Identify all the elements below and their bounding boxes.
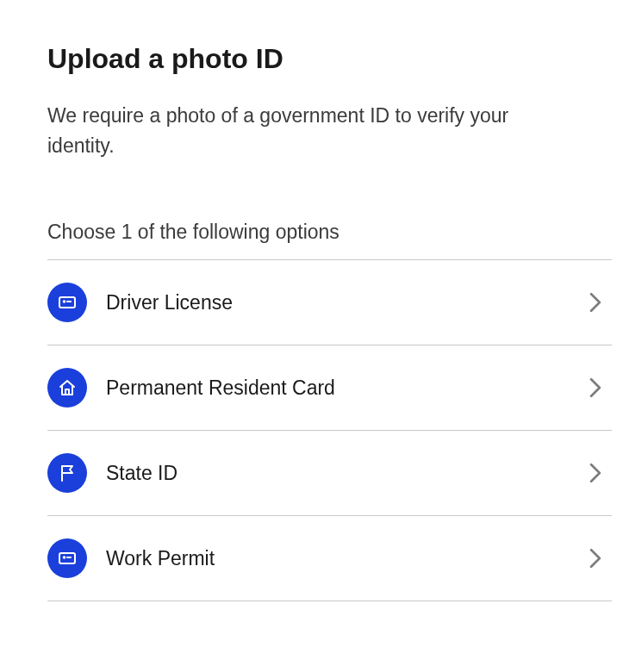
option-work-permit[interactable]: Work Permit [47,516,612,601]
option-label: Driver License [106,291,589,314]
chevron-right-icon [589,464,601,482]
id-card-icon [47,538,87,578]
page-title: Upload a photo ID [47,43,612,75]
page-description: We require a photo of a government ID to… [47,101,564,160]
chevron-right-icon [589,549,601,568]
option-list: Driver License Permanent Resident Card S… [47,259,612,601]
option-label: Permanent Resident Card [106,376,589,400]
svg-point-4 [64,557,65,558]
id-card-icon [47,283,87,322]
home-icon [47,368,87,408]
option-label: Work Permit [106,547,589,570]
svg-point-1 [64,301,65,302]
section-label: Choose 1 of the following options [47,221,612,244]
option-label: State ID [106,462,589,485]
option-permanent-resident-card[interactable]: Permanent Resident Card [47,345,612,431]
chevron-right-icon [589,378,601,397]
chevron-right-icon [589,293,601,312]
flag-icon [47,453,87,493]
option-state-id[interactable]: State ID [47,431,612,516]
option-driver-license[interactable]: Driver License [47,260,612,345]
